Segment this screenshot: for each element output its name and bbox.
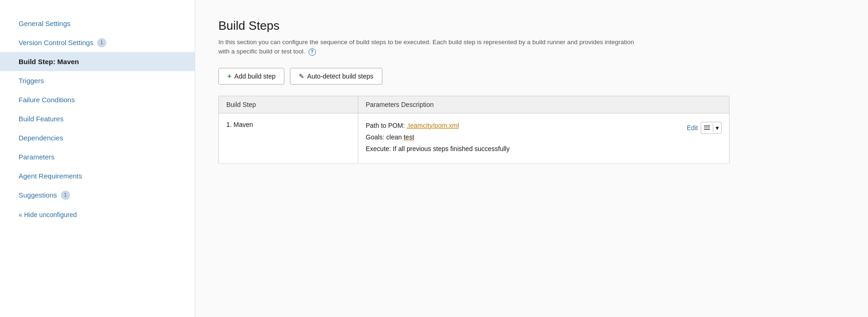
sidebar-item-failure-conditions[interactable]: Failure Conditions: [0, 90, 195, 109]
page-title: Build Steps: [218, 19, 845, 33]
auto-detect-label: Auto-detect build steps: [307, 73, 373, 80]
sidebar-badge-suggestions: 1: [61, 191, 70, 200]
col-header-build-step: Build Step: [219, 96, 358, 113]
step-name-cell: 1. Maven: [219, 113, 358, 163]
menu-icon: [704, 125, 710, 130]
add-build-step-label: Add build step: [234, 73, 276, 80]
sidebar-item-parameters[interactable]: Parameters: [0, 147, 195, 166]
sidebar-item-dependencies[interactable]: Dependencies: [0, 128, 195, 147]
help-icon[interactable]: ?: [309, 48, 316, 56]
table-row: 1. Maven Path to POM: .teamcity/pom.xml …: [219, 113, 730, 163]
sidebar-item-build-features[interactable]: Build Features: [0, 109, 195, 128]
auto-detect-button[interactable]: ✎ Auto-detect build steps: [290, 68, 382, 85]
sidebar-item-triggers[interactable]: Triggers: [0, 71, 195, 90]
params-cell: Path to POM: .teamcity/pom.xml Goals: cl…: [358, 113, 730, 163]
sidebar-badge-version-control-settings: 1: [97, 38, 106, 47]
plus-icon: +: [227, 72, 231, 80]
goals-test: test: [404, 133, 414, 141]
col-header-parameters: Parameters Description: [358, 96, 730, 113]
action-menu-main[interactable]: [701, 124, 713, 132]
param-actions: Edit ▾: [687, 122, 722, 134]
sidebar: General SettingsVersion Control Settings…: [0, 0, 195, 317]
param-pom: Path to POM: .teamcity/pom.xml: [366, 121, 677, 131]
hide-unconfigured-link[interactable]: « Hide unconfigured: [0, 205, 195, 225]
add-build-step-button[interactable]: + Add build step: [218, 68, 284, 85]
wand-icon: ✎: [299, 73, 304, 80]
sidebar-item-build-step-maven[interactable]: Build Step: Maven: [0, 52, 195, 71]
action-menu-button[interactable]: ▾: [701, 122, 722, 134]
param-lines: Path to POM: .teamcity/pom.xml Goals: cl…: [366, 121, 677, 156]
edit-link[interactable]: Edit: [687, 124, 698, 132]
param-goals: Goals: clean test: [366, 132, 677, 142]
param-execute: Execute: If all previous steps finished …: [366, 144, 677, 154]
chevron-down-icon: ▾: [716, 124, 719, 132]
sidebar-item-general-settings[interactable]: General Settings: [0, 14, 195, 33]
action-menu-arrow[interactable]: ▾: [713, 122, 721, 133]
sidebar-item-version-control-settings[interactable]: Version Control Settings1: [0, 33, 195, 52]
button-row: + Add build step ✎ Auto-detect build ste…: [218, 68, 845, 85]
pom-path-link[interactable]: .teamcity/pom.xml: [407, 122, 459, 129]
sidebar-item-suggestions[interactable]: Suggestions1: [0, 185, 195, 205]
build-steps-table: Build Step Parameters Description 1. Mav…: [218, 96, 730, 164]
main-content: Build Steps In this section you can conf…: [195, 0, 868, 317]
page-description: In this section you can configure the se…: [218, 38, 637, 57]
sidebar-item-agent-requirements[interactable]: Agent Requirements: [0, 166, 195, 185]
